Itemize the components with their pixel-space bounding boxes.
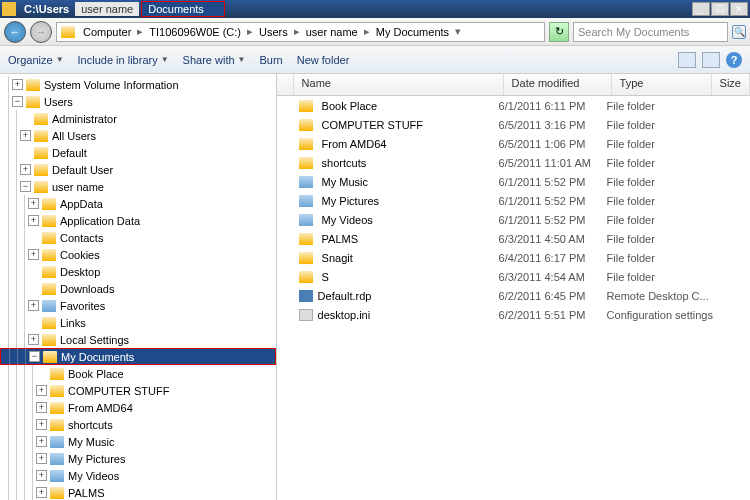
expander-icon[interactable]: +	[36, 487, 47, 498]
breadcrumb-item[interactable]: My Documents	[372, 26, 453, 38]
tree-item[interactable]: Administrator	[0, 110, 276, 127]
window-title: C:\Users	[20, 3, 73, 15]
file-row[interactable]: Snagit6/4/2011 6:17 PMFile folder	[277, 248, 750, 267]
tree-item[interactable]: +AppData	[0, 195, 276, 212]
search-icon[interactable]: 🔍	[732, 25, 746, 39]
breadcrumb-item[interactable]: Computer	[79, 26, 135, 38]
file-date: 6/1/2011 5:52 PM	[499, 214, 607, 226]
file-row[interactable]: S6/3/2011 4:54 AMFile folder	[277, 267, 750, 286]
file-row[interactable]: PALMS6/3/2011 4:50 AMFile folder	[277, 229, 750, 248]
tree-item[interactable]: Book Place	[0, 365, 276, 382]
expander-icon[interactable]: +	[28, 198, 39, 209]
breadcrumb-item[interactable]: user name	[302, 26, 362, 38]
expander-icon	[20, 113, 31, 124]
breadcrumb[interactable]: Computer▸ TI106096W0E (C:)▸ Users▸ user …	[56, 22, 545, 42]
expander-icon	[36, 368, 47, 379]
minimize-button[interactable]: _	[692, 2, 710, 16]
folder-icon	[42, 266, 56, 278]
file-row[interactable]: Book Place6/1/2011 6:11 PMFile folder	[277, 96, 750, 115]
tree-item[interactable]: +From AMD64	[0, 399, 276, 416]
expander-icon[interactable]: +	[36, 470, 47, 481]
tree-item[interactable]: +shortcuts	[0, 416, 276, 433]
expander-icon[interactable]: −	[20, 181, 31, 192]
tree-item[interactable]: +System Volume Information	[0, 76, 276, 93]
maximize-button[interactable]: ☐	[711, 2, 729, 16]
folder-icon	[34, 130, 48, 142]
file-row[interactable]: desktop.ini6/2/2011 5:51 PMConfiguration…	[277, 305, 750, 324]
file-date: 6/4/2011 6:17 PM	[499, 252, 607, 264]
help-button[interactable]: ?	[726, 52, 742, 68]
tree-item[interactable]: −Users	[0, 93, 276, 110]
breadcrumb-item[interactable]: Users	[255, 26, 292, 38]
tree-item[interactable]: Links	[0, 314, 276, 331]
tree-item[interactable]: +My Music	[0, 433, 276, 450]
tree-label: From AMD64	[68, 402, 133, 414]
tree-item[interactable]: −My Documents	[0, 348, 276, 365]
expander-icon[interactable]: +	[20, 164, 31, 175]
tree-label: Application Data	[60, 215, 140, 227]
expander-icon[interactable]: +	[28, 300, 39, 311]
forward-button[interactable]: →	[30, 21, 52, 43]
breadcrumb-item[interactable]: TI106096W0E (C:)	[145, 26, 245, 38]
column-date[interactable]: Date modified	[504, 74, 612, 95]
tree-label: Book Place	[68, 368, 124, 380]
tree-item[interactable]: Contacts	[0, 229, 276, 246]
expander-icon[interactable]: +	[36, 419, 47, 430]
folder-icon	[42, 215, 56, 227]
tree-item[interactable]: +COMPUTER STUFF	[0, 382, 276, 399]
tree-item[interactable]: Downloads	[0, 280, 276, 297]
file-name: My Music	[322, 176, 368, 188]
expander-icon[interactable]: +	[20, 130, 31, 141]
tree-item[interactable]: +All Users	[0, 127, 276, 144]
include-library-button[interactable]: Include in library▼	[78, 54, 169, 66]
share-with-button[interactable]: Share with▼	[183, 54, 246, 66]
folder-icon	[34, 113, 48, 125]
file-row[interactable]: shortcuts6/5/2011 11:01 AMFile folder	[277, 153, 750, 172]
tree-item[interactable]: +Application Data	[0, 212, 276, 229]
expander-icon[interactable]: +	[36, 436, 47, 447]
view-options-button[interactable]	[678, 52, 696, 68]
folder-icon	[43, 351, 57, 363]
tree-item[interactable]: −user name	[0, 178, 276, 195]
tree-item[interactable]: +Favorites	[0, 297, 276, 314]
expander-icon[interactable]: +	[36, 385, 47, 396]
refresh-button[interactable]: ↻	[549, 22, 569, 42]
file-row[interactable]: COMPUTER STUFF6/5/2011 3:16 PMFile folde…	[277, 115, 750, 134]
file-row[interactable]: My Music6/1/2011 5:52 PMFile folder	[277, 172, 750, 191]
new-folder-button[interactable]: New folder	[297, 54, 350, 66]
preview-pane-button[interactable]	[702, 52, 720, 68]
file-row[interactable]: From AMD646/5/2011 1:06 PMFile folder	[277, 134, 750, 153]
expander-icon[interactable]: +	[36, 402, 47, 413]
expander-icon[interactable]: +	[36, 453, 47, 464]
tree-item[interactable]: +PALMS	[0, 484, 276, 500]
file-row[interactable]: My Pictures6/1/2011 5:52 PMFile folder	[277, 191, 750, 210]
tree-item[interactable]: +Default User	[0, 161, 276, 178]
folder-tree[interactable]: +System Volume Information−UsersAdminist…	[0, 74, 277, 500]
expander-icon[interactable]: +	[28, 215, 39, 226]
expander-icon[interactable]: −	[12, 96, 23, 107]
tree-item[interactable]: Default	[0, 144, 276, 161]
organize-button[interactable]: Organize▼	[8, 54, 64, 66]
column-name[interactable]: Name	[294, 74, 504, 95]
column-size[interactable]: Size	[712, 74, 750, 95]
column-type[interactable]: Type	[612, 74, 712, 95]
expander-icon[interactable]: +	[28, 334, 39, 345]
search-input[interactable]: Search My Documents	[573, 22, 728, 42]
tree-item[interactable]: +My Pictures	[0, 450, 276, 467]
back-button[interactable]: ←	[4, 21, 26, 43]
tree-item[interactable]: +My Videos	[0, 467, 276, 484]
tree-item[interactable]: +Cookies	[0, 246, 276, 263]
expander-icon[interactable]: −	[29, 351, 40, 362]
expander-icon[interactable]: +	[12, 79, 23, 90]
folder-icon	[299, 119, 313, 131]
file-list[interactable]: Book Place6/1/2011 6:11 PMFile folderCOM…	[277, 96, 750, 500]
file-date: 6/5/2011 1:06 PM	[499, 138, 607, 150]
expander-icon[interactable]: +	[28, 249, 39, 260]
tree-item[interactable]: +Local Settings	[0, 331, 276, 348]
file-date: 6/3/2011 4:50 AM	[499, 233, 607, 245]
file-row[interactable]: My Videos6/1/2011 5:52 PMFile folder	[277, 210, 750, 229]
close-button[interactable]: ✕	[730, 2, 748, 16]
burn-button[interactable]: Burn	[259, 54, 282, 66]
tree-item[interactable]: Desktop	[0, 263, 276, 280]
file-row[interactable]: Default.rdp6/2/2011 6:45 PMRemote Deskto…	[277, 286, 750, 305]
